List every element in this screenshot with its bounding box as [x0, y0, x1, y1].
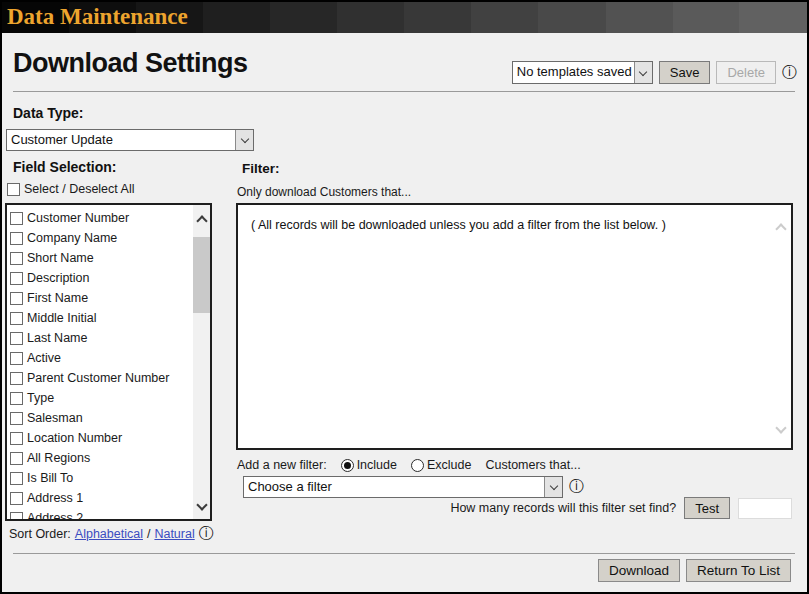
- include-label[interactable]: Include: [357, 458, 397, 472]
- sort-order-separator: /: [147, 527, 150, 541]
- field-checkbox[interactable]: [10, 512, 23, 522]
- data-type-select-value: Customer Update: [7, 130, 235, 150]
- field-label: Salesman: [27, 411, 83, 425]
- field-listbox: Customer Number Company Name Short Name …: [5, 203, 212, 521]
- templates-toolbar: No templates saved Save Delete ⓘ: [512, 61, 797, 84]
- field-checkbox[interactable]: [10, 312, 23, 325]
- field-row[interactable]: Address 1: [10, 488, 193, 508]
- test-result-input[interactable]: [738, 498, 792, 519]
- field-row[interactable]: All Regions: [10, 448, 193, 468]
- field-row[interactable]: Customer Number: [10, 208, 193, 228]
- templates-select[interactable]: No templates saved: [512, 61, 653, 84]
- sort-natural-link[interactable]: Natural: [154, 527, 194, 541]
- titlebar: Data Maintenance: [2, 2, 807, 33]
- include-radio[interactable]: [341, 459, 354, 472]
- field-selection-label: Field Selection:: [13, 159, 116, 175]
- field-label: Company Name: [27, 231, 117, 245]
- add-filter-label: Add a new filter:: [237, 458, 327, 472]
- sort-order-label: Sort Order:: [9, 527, 71, 541]
- app-window: Data Maintenance Download Settings No te…: [0, 0, 809, 594]
- field-row[interactable]: Is Bill To: [10, 468, 193, 488]
- field-row[interactable]: Parent Customer Number: [10, 368, 193, 388]
- test-button[interactable]: Test: [684, 497, 730, 519]
- select-all-label: Select / Deselect All: [24, 182, 134, 196]
- field-checkbox[interactable]: [10, 432, 23, 445]
- field-checkbox[interactable]: [10, 292, 23, 305]
- field-label: Customer Number: [27, 211, 129, 225]
- footer-buttons: Download Return To List: [598, 559, 791, 582]
- field-row[interactable]: Middle Initial: [10, 308, 193, 328]
- filter-box[interactable]: ( All records will be downloaded unless …: [236, 203, 793, 450]
- download-button[interactable]: Download: [598, 559, 680, 582]
- field-label: Parent Customer Number: [27, 371, 169, 385]
- field-checkbox[interactable]: [10, 472, 23, 485]
- field-list-scrollbar[interactable]: [193, 205, 210, 519]
- sort-order-row: Sort Order: Alphabetical / Natural ⓘ: [9, 526, 214, 541]
- add-filter-row: Add a new filter: Include Exclude Custom…: [237, 458, 581, 472]
- sort-alphabetical-link[interactable]: Alphabetical: [75, 527, 143, 541]
- field-checkbox[interactable]: [10, 392, 23, 405]
- field-row[interactable]: Location Number: [10, 428, 193, 448]
- field-row[interactable]: Description: [10, 268, 193, 288]
- field-label: Address 2: [27, 511, 83, 521]
- exclude-label[interactable]: Exclude: [427, 458, 471, 472]
- field-checkbox[interactable]: [10, 252, 23, 265]
- field-row[interactable]: Salesman: [10, 408, 193, 428]
- field-row[interactable]: First Name: [10, 288, 193, 308]
- field-row[interactable]: Last Name: [10, 328, 193, 348]
- choose-filter-info-icon[interactable]: ⓘ: [569, 479, 584, 494]
- choose-filter-select[interactable]: Choose a filter: [243, 476, 563, 498]
- add-filter-suffix: Customers that...: [485, 458, 580, 472]
- data-type-label: Data Type:: [13, 105, 84, 121]
- page-title: Download Settings: [13, 48, 248, 79]
- choose-filter-value: Choose a filter: [244, 477, 544, 497]
- scroll-down-icon: [777, 418, 785, 436]
- chevron-down-icon[interactable]: [544, 477, 562, 497]
- field-row[interactable]: Address 2: [10, 508, 193, 521]
- select-all-row[interactable]: Select / Deselect All: [7, 182, 134, 196]
- field-row[interactable]: Active: [10, 348, 193, 368]
- field-row[interactable]: Type: [10, 388, 193, 408]
- chevron-down-icon[interactable]: [235, 130, 253, 150]
- field-checkbox[interactable]: [10, 452, 23, 465]
- field-label: Middle Initial: [27, 311, 96, 325]
- exclude-radio[interactable]: [411, 459, 424, 472]
- field-checkbox[interactable]: [10, 212, 23, 225]
- field-row[interactable]: Company Name: [10, 228, 193, 248]
- return-to-list-button[interactable]: Return To List: [686, 559, 791, 582]
- scroll-up-icon: [777, 219, 785, 237]
- field-label: Address 1: [27, 491, 83, 505]
- test-row: How many records will this filter set fi…: [450, 497, 792, 519]
- chevron-down-icon[interactable]: [634, 62, 652, 83]
- scrollbar-thumb[interactable]: [193, 237, 210, 313]
- field-row[interactable]: Short Name: [10, 248, 193, 268]
- select-all-checkbox[interactable]: [7, 183, 20, 196]
- field-checkbox[interactable]: [10, 232, 23, 245]
- delete-button: Delete: [716, 61, 776, 84]
- data-type-select[interactable]: Customer Update: [6, 129, 254, 151]
- save-button[interactable]: Save: [659, 61, 711, 84]
- field-checkbox[interactable]: [10, 272, 23, 285]
- field-checkbox[interactable]: [10, 332, 23, 345]
- field-checkbox[interactable]: [10, 372, 23, 385]
- field-checkbox[interactable]: [10, 492, 23, 505]
- field-label: Short Name: [27, 251, 94, 265]
- field-label: Location Number: [27, 431, 122, 445]
- scroll-down-icon[interactable]: [193, 495, 210, 513]
- scroll-up-icon[interactable]: [193, 211, 210, 229]
- top-divider: [13, 91, 795, 92]
- test-question: How many records will this filter set fi…: [450, 501, 676, 515]
- field-list: Customer Number Company Name Short Name …: [7, 205, 193, 521]
- field-checkbox[interactable]: [10, 412, 23, 425]
- filter-label: Filter:: [242, 161, 280, 176]
- field-label: First Name: [27, 291, 88, 305]
- templates-info-icon[interactable]: ⓘ: [782, 65, 797, 80]
- sort-order-info-icon[interactable]: ⓘ: [199, 526, 214, 541]
- field-label: All Regions: [27, 451, 90, 465]
- bottom-divider: [13, 553, 795, 554]
- field-label: Description: [27, 271, 90, 285]
- field-label: Last Name: [27, 331, 87, 345]
- filter-empty-message: ( All records will be downloaded unless …: [251, 218, 666, 232]
- field-label: Is Bill To: [27, 471, 73, 485]
- field-checkbox[interactable]: [10, 352, 23, 365]
